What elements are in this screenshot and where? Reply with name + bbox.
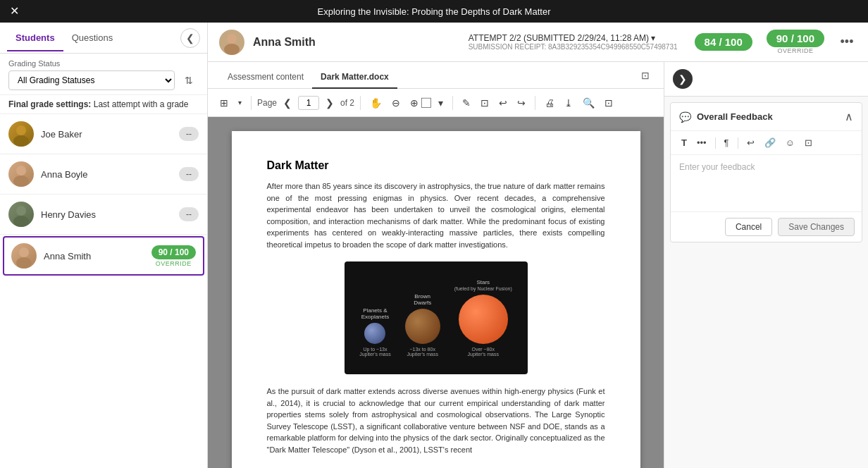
grade-col-anna-smith: 90 / 100 OVERRIDE bbox=[151, 245, 196, 267]
planet-circle-3 bbox=[459, 295, 508, 344]
svg-point-0 bbox=[16, 125, 26, 135]
emoji-button[interactable]: ☺ bbox=[782, 135, 798, 150]
link-button[interactable]: 🔗 bbox=[761, 135, 779, 150]
panel-toggle[interactable]: ❯ bbox=[664, 62, 868, 97]
pdf-page: Dark Matter After more than 85 years sin… bbox=[232, 131, 640, 468]
attempt-line[interactable]: ATTEMPT 2/2 (SUBMITTED 2/29/24, 11:28 AM… bbox=[469, 33, 678, 43]
header-avatar bbox=[219, 30, 244, 55]
duplicate-button[interactable]: ⊡ bbox=[477, 94, 492, 111]
media-button[interactable]: ⊡ bbox=[801, 135, 816, 150]
sort-button[interactable]: ⇅ bbox=[179, 70, 199, 90]
doc-expand-button[interactable]: ⊡ bbox=[638, 67, 652, 84]
student-item-henry-davies[interactable]: Henry Davies -- bbox=[0, 195, 207, 235]
pdf-content[interactable]: Dark Matter After more than 85 years sin… bbox=[208, 117, 664, 468]
tab-assessment-content[interactable]: Assessment content bbox=[219, 66, 312, 89]
prev-page-button[interactable]: ❮ bbox=[280, 94, 295, 111]
media-icon: ⊡ bbox=[805, 137, 812, 148]
save-changes-button[interactable]: Save Changes bbox=[778, 218, 855, 236]
student-item-anna-boyle[interactable]: Anna Boyle -- bbox=[0, 154, 207, 195]
sidebar-collapse-button[interactable]: ❮ bbox=[180, 28, 200, 48]
pdf-title: Dark Matter bbox=[267, 159, 605, 172]
planet-sublabel-2: ~13x to 80x Jupiter's mass bbox=[407, 347, 438, 357]
grade-badge-henry-davies: -- bbox=[179, 207, 199, 221]
planet-row: Planets &Exoplanets Up to ~13x Jupiter's… bbox=[359, 279, 512, 357]
student-list: Joe Baker -- Anna Boyle -- bbox=[0, 114, 207, 468]
pdf-toolbar: ⊞ ▾ Page ❮ ❯ of 2 ✋ ⊖ ⊕ ⃞ ▾ bbox=[208, 89, 664, 117]
avatar-henry-davies bbox=[8, 202, 34, 227]
search-button[interactable]: 🔍 bbox=[579, 94, 598, 111]
more-toolbar-button[interactable]: ⊡ bbox=[601, 94, 616, 111]
pan-button[interactable]: ✋ bbox=[366, 94, 385, 111]
planet-sublabel-1: Up to ~13x Jupiter's mass bbox=[359, 347, 391, 357]
view-mode-button[interactable]: ⊞ bbox=[216, 94, 232, 111]
final-grade-value: Last attempt with a grade bbox=[94, 99, 189, 109]
grading-status-section: Grading Status All Grading Statuses ⇅ bbox=[0, 54, 207, 95]
grade-col-henry-davies: -- bbox=[179, 207, 199, 221]
print-button[interactable]: 🖨 bbox=[541, 94, 558, 111]
override-score-badge: 90 / 100 bbox=[767, 30, 824, 47]
more-icon: ••• bbox=[841, 35, 854, 49]
doc-viewer: Assessment content Dark Matter.docx ⊡ ⊞ … bbox=[208, 62, 664, 468]
feedback-divider-1 bbox=[715, 137, 716, 149]
main-container: Students Questions ❮ Grading Status All … bbox=[0, 23, 868, 468]
undo-icon: ↩ bbox=[747, 137, 755, 148]
tab-students[interactable]: Students bbox=[7, 25, 63, 51]
grade-col-joe-baker: -- bbox=[179, 127, 199, 141]
student-name-anna-smith: Anna Smith bbox=[44, 251, 151, 261]
download-button[interactable]: ⤓ bbox=[561, 94, 576, 111]
sidebar: Students Questions ❮ Grading Status All … bbox=[0, 23, 208, 468]
next-page-button[interactable]: ❯ bbox=[322, 94, 337, 111]
page-label: Page bbox=[257, 98, 277, 108]
receipt-line: SUBMISSION RECEIPT: 8A3B329235354C949968… bbox=[469, 43, 678, 51]
page-nav: Page ❮ ❯ of 2 bbox=[257, 94, 354, 111]
student-header: Anna Smith ATTEMPT 2/2 (SUBMITTED 2/29/2… bbox=[208, 23, 868, 62]
doc-tabs: Assessment content Dark Matter.docx ⊡ bbox=[208, 62, 664, 89]
attempt-text: ATTEMPT 2/2 (SUBMITTED 2/29/24, 11:28 AM… bbox=[469, 33, 656, 43]
feedback-header: 💬 Overall Feedback ∧ bbox=[671, 103, 862, 131]
fit-dropdown-button[interactable]: ▾ bbox=[435, 94, 447, 111]
override-label-anna-smith: OVERRIDE bbox=[156, 260, 192, 267]
doc-area: Assessment content Dark Matter.docx ⊡ ⊞ … bbox=[208, 62, 868, 468]
undo-button[interactable]: ↩ bbox=[495, 94, 511, 111]
collapse-arrow-icon: ❮ bbox=[186, 32, 194, 44]
annotate-button[interactable]: ✎ bbox=[459, 94, 474, 111]
tab-questions[interactable]: Questions bbox=[63, 25, 122, 51]
planet-col-3: Stars(fueled by Nuclear Fusion) Over ~80… bbox=[454, 279, 512, 357]
override-header-section: 90 / 100 OVERRIDE bbox=[767, 30, 824, 54]
toolbar-divider-3 bbox=[452, 96, 453, 110]
text-format-button[interactable]: T bbox=[678, 135, 690, 150]
fit-button[interactable]: ⃞ bbox=[425, 94, 432, 111]
zoom-out-button[interactable]: ⊖ bbox=[388, 94, 404, 111]
feedback-icon: 💬 bbox=[679, 111, 691, 123]
panel-toggle-arrow[interactable]: ❯ bbox=[673, 69, 693, 89]
view-dropdown-button[interactable]: ▾ bbox=[235, 96, 245, 109]
final-grade-label: Final grade settings: bbox=[8, 99, 91, 109]
score-display: 84 / 100 bbox=[695, 33, 752, 51]
content-area: Anna Smith ATTEMPT 2/2 (SUBMITTED 2/29/2… bbox=[208, 23, 868, 468]
close-button[interactable]: ✕ bbox=[10, 6, 19, 17]
feedback-divider-2 bbox=[738, 137, 738, 149]
emoji-icon: ☺ bbox=[786, 137, 795, 148]
grading-status-select[interactable]: All Grading Statuses bbox=[8, 70, 175, 90]
undo-feedback-button[interactable]: ↩ bbox=[743, 135, 758, 150]
svg-point-3 bbox=[13, 176, 29, 187]
planet-label-1: Planets &Exoplanets bbox=[361, 307, 390, 320]
zoom-in-button[interactable]: ⊕ bbox=[407, 94, 422, 111]
toggle-arrow-icon: ❯ bbox=[678, 73, 687, 85]
planet-circle-2 bbox=[405, 309, 440, 344]
page-number-input[interactable] bbox=[298, 96, 319, 110]
grade-col-anna-boyle: -- bbox=[179, 167, 199, 181]
cancel-button[interactable]: Cancel bbox=[725, 218, 772, 236]
more-options-button[interactable]: ••• bbox=[837, 32, 857, 52]
feedback-input-area[interactable]: Enter your feedback bbox=[671, 155, 862, 211]
more-format-button[interactable]: ••• bbox=[693, 135, 710, 150]
planet-label-3: Stars(fueled by Nuclear Fusion) bbox=[454, 279, 512, 292]
paragraph-button[interactable]: ¶ bbox=[721, 135, 733, 150]
redo-button[interactable]: ↪ bbox=[514, 94, 529, 111]
tab-dark-matter-doc[interactable]: Dark Matter.docx bbox=[312, 66, 397, 89]
student-item-anna-smith[interactable]: Anna Smith 90 / 100 OVERRIDE bbox=[3, 236, 204, 276]
student-item-joe-baker[interactable]: Joe Baker -- bbox=[0, 114, 207, 154]
text-format-icon: T bbox=[681, 137, 687, 148]
feedback-collapse-button[interactable]: ∧ bbox=[845, 110, 853, 123]
pdf-paragraph-1: After more than 85 years since its disco… bbox=[267, 180, 605, 250]
